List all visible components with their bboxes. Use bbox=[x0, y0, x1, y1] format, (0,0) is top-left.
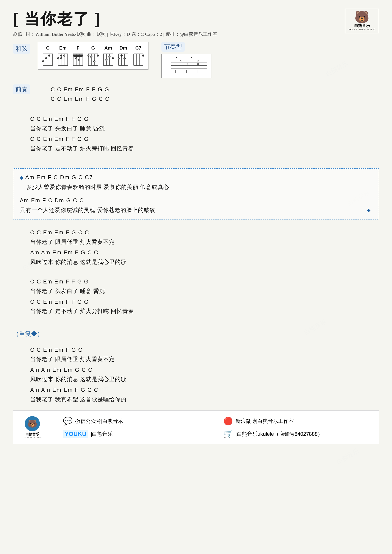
svg-text:2: 2 bbox=[64, 55, 65, 57]
chord-f: F 1 bbox=[72, 45, 84, 66]
svg-text:1: 1 bbox=[98, 55, 98, 57]
svg-text:3: 3 bbox=[58, 57, 59, 59]
repeat-marker: （重复◆） bbox=[13, 330, 379, 338]
footer-weibo: 🔴 新浪微博|白熊音乐工作室 bbox=[223, 416, 371, 426]
svg-text:1: 1 bbox=[49, 55, 50, 57]
he-xian-label: 和弦 bbox=[13, 44, 30, 54]
svg-text:1: 1 bbox=[143, 55, 144, 57]
footer-wechat: 💬 微信公众号|白熊音乐 bbox=[63, 416, 210, 426]
verse2-chord-line-1: C C Em Em F G C C bbox=[13, 228, 379, 237]
verse2-section: C C Em Em F G C C 当你老了 眼眉低垂 灯火昏黄不定 Am Am… bbox=[13, 228, 379, 266]
chord-diagrams: C bbox=[38, 42, 148, 69]
wechat-icon: 💬 bbox=[63, 416, 73, 426]
verse3-lyric-line-1: 当你老了 头发白了 睡意 昏沉 bbox=[13, 287, 379, 296]
verse3-chord-line-2: C C Em Em F F G G bbox=[13, 298, 379, 306]
footer: 🐻 白熊音乐 POLAR BEAR MUSIC 💬 微信公众号|白熊音乐 🔴 新… bbox=[13, 410, 379, 444]
title-section: [ 当你老了 ] 赵照 | 词：William Butler Yeats/赵照 … bbox=[13, 9, 217, 37]
svg-text:3: 3 bbox=[43, 61, 44, 62]
logo-cn-text: 白熊音乐 bbox=[354, 23, 370, 28]
intro-section: 前奏 C C Em Em F F G G C C Em Em F G C C bbox=[13, 84, 379, 104]
chorus-section: ◆ Am Em F C Dm G C C7 多少人曾爱你青春欢畅的时辰 爱慕你的… bbox=[13, 168, 379, 220]
chorus-lyric-line-1: 多少人曾爱你青春欢畅的时辰 爱慕你的美丽 假意或真心 bbox=[20, 183, 372, 192]
chord-am: Am 2 3 bbox=[103, 45, 114, 66]
svg-text:×: × bbox=[186, 62, 188, 66]
svg-text:3: 3 bbox=[118, 57, 119, 59]
qian-zou-label: 前奏 bbox=[13, 84, 30, 94]
jie-zou-label: 节奏型 bbox=[161, 42, 185, 52]
footer-bear-icon: 🐻 bbox=[25, 416, 40, 431]
verse2-chord-line-2: Am Am Em Em F G C C bbox=[13, 248, 379, 257]
footer-logo-cn: 白熊音乐 bbox=[25, 432, 39, 436]
chord-c-grid: 1 2 3 bbox=[42, 52, 53, 66]
svg-text:2: 2 bbox=[91, 56, 92, 58]
song-title: [ 当你老了 ] bbox=[13, 9, 217, 29]
footer-logo-en: POLAR BEAR MUSIC bbox=[23, 436, 42, 439]
verse1-chord-line-2: C C Em Em F F G G bbox=[13, 135, 379, 144]
chord-f-grid: 1 2 3 bbox=[72, 52, 84, 66]
song-info: 赵照 | 词：William Butler Yeats/赵照 曲：赵照 | 原K… bbox=[13, 31, 217, 37]
verse1-lyric-line-2: 当你老了 走不动了 炉火旁打盹 回忆青春 bbox=[13, 144, 379, 153]
taobao-icon: 🛒 bbox=[223, 429, 233, 439]
chord-c7-grid: 1 bbox=[133, 52, 144, 66]
diamond-marker-2: ◆ bbox=[367, 208, 371, 213]
wechat-text: 微信公众号|白熊音乐 bbox=[75, 418, 123, 424]
verse2-lyric-line-1: 当你老了 眼眉低垂 灯火昏黄不定 bbox=[13, 238, 379, 247]
verse4-lyric-line-2: 风吹过来 你的消息 这就是我心里的歌 bbox=[13, 375, 379, 384]
chord-am-grid: 2 3 1 bbox=[103, 52, 114, 66]
chord-c7: C7 1 bbox=[133, 45, 144, 66]
chord-dm-grid: 2 3 1 bbox=[118, 52, 129, 66]
rhythm-grid: × × × × × × × bbox=[161, 54, 211, 78]
logo-box: 🐻 白熊音乐 POLAR BEAR MUSIC bbox=[345, 9, 379, 33]
svg-text:×: × bbox=[176, 62, 177, 66]
chorus-chord-line-1: Am Em F C Dm G C C7 bbox=[25, 173, 93, 182]
chord-c: C bbox=[42, 45, 53, 66]
page: 白熊音乐 白熊音乐 白熊音乐 白熊音乐 白熊音乐 白熊音乐 白熊音乐 白熊音乐 … bbox=[0, 0, 392, 554]
intro-label-row: 前奏 C C Em Em F F G G C C Em Em F G C C bbox=[13, 84, 379, 104]
intro-chords: C C Em Em F F G G C C Em Em F G C C bbox=[33, 85, 110, 104]
verse1-section: C C Em Em F F G G 当你老了 头发白了 睡意 昏沉 C C Em… bbox=[13, 115, 379, 153]
weibo-text: 新浪微博|白熊音乐工作室 bbox=[236, 418, 294, 424]
taobao-text: |白熊音乐ukulele（店铺号84027888） bbox=[236, 430, 323, 437]
svg-text:2: 2 bbox=[76, 57, 77, 59]
footer-logo: 🐻 白熊音乐 POLAR BEAR MUSIC bbox=[21, 416, 43, 439]
svg-text:1: 1 bbox=[112, 57, 114, 59]
svg-text:2: 2 bbox=[109, 56, 110, 58]
weibo-icon: 🔴 bbox=[223, 416, 233, 426]
footer-divider bbox=[55, 418, 55, 437]
chord-g: G 1 2 bbox=[87, 45, 99, 66]
chord-em: Em 1 bbox=[57, 45, 69, 66]
svg-text:3: 3 bbox=[79, 59, 80, 61]
svg-text:1: 1 bbox=[61, 55, 62, 57]
svg-text:×: × bbox=[180, 59, 182, 62]
chorus-chord-line-2: Am Em F C Dm G C C bbox=[20, 196, 84, 205]
svg-text:1: 1 bbox=[124, 57, 125, 59]
svg-text:×: × bbox=[197, 62, 199, 66]
chord-em-grid: 1 2 3 2 bbox=[57, 52, 69, 66]
svg-text:1: 1 bbox=[88, 55, 89, 57]
svg-text:2: 2 bbox=[121, 55, 122, 57]
footer-youku: YOUKU |白熊音乐 bbox=[63, 429, 210, 439]
verse4-lyric-line-3: 当我老了 我真希望 这首歌是唱给你的 bbox=[13, 395, 379, 404]
verse4-lyric-line-1: 当你老了 眼眉低垂 灯火昏黄不定 bbox=[13, 355, 379, 364]
verse4-chord-line-1: C C Em Em F G C bbox=[13, 346, 379, 354]
svg-text:1: 1 bbox=[77, 55, 79, 57]
verse1-chord-line-1: C C Em Em F F G G bbox=[13, 115, 379, 124]
chord-g-grid: 1 2 1 3 bbox=[87, 52, 99, 66]
verse3-section: C C Em Em F F G G 当你老了 头发白了 睡意 昏沉 C C Em… bbox=[13, 277, 379, 316]
footer-taobao: 🛒 |白熊音乐ukulele（店铺号84027888） bbox=[223, 429, 371, 439]
verse4-chord-line-3: Am Am Em Em F G C C bbox=[13, 386, 379, 395]
logo-bear-icon: 🐻 bbox=[355, 11, 369, 23]
youku-text: |白熊音乐 bbox=[91, 430, 113, 437]
svg-text:×: × bbox=[191, 56, 192, 59]
svg-text:3: 3 bbox=[106, 59, 107, 61]
intro-chord-line-1: C C Em Em F F G G bbox=[33, 85, 110, 94]
footer-links: 💬 微信公众号|白熊音乐 🔴 新浪微博|白熊音乐工作室 YOUKU |白熊音乐 … bbox=[63, 416, 371, 439]
svg-text:2: 2 bbox=[46, 57, 47, 59]
youku-logo: YOUKU bbox=[63, 430, 88, 438]
chord-dm: Dm 2 3 bbox=[118, 45, 129, 66]
verse4-section: C C Em Em F G C 当你老了 眼眉低垂 灯火昏黄不定 Am Am E… bbox=[13, 346, 379, 404]
diamond-marker-1: ◆ bbox=[20, 175, 23, 180]
verse4-chord-line-2: Am Am Em Em G C C bbox=[13, 366, 379, 374]
intro-chord-line-2: C C Em Em F G C C bbox=[33, 95, 110, 104]
verse1-lyric-line-1: 当你老了 头发白了 睡意 昏沉 bbox=[13, 124, 379, 133]
